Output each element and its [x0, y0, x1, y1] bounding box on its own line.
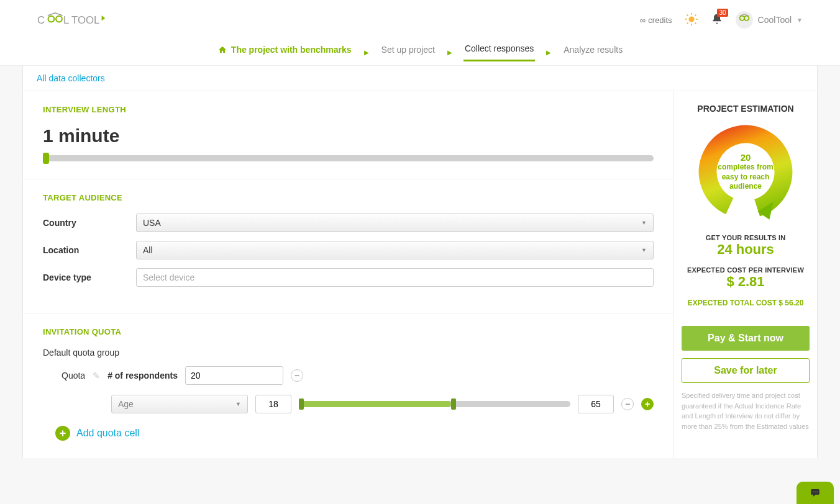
username: CoolTool	[758, 15, 792, 25]
completes-count: 20	[741, 152, 751, 163]
chevron-down-icon: ▼	[797, 17, 803, 24]
quota-label: Quota	[62, 371, 85, 380]
add-age-button[interactable]: +	[641, 398, 654, 410]
chevron-down-icon: ▼	[641, 220, 647, 226]
cost-value: $ 2.81	[682, 274, 810, 290]
notifications-icon[interactable]: 30	[711, 12, 723, 28]
country-value: USA	[143, 218, 161, 228]
chevron-right-icon: ▶	[546, 49, 551, 56]
chevron-right-icon: ▶	[447, 49, 452, 56]
chevron-down-icon: ▼	[235, 401, 241, 407]
target-audience-card: TARGET AUDIENCE Country USA ▼ Location A…	[23, 179, 673, 313]
estimation-donut: 20 completes from easy to reach audience	[696, 122, 795, 222]
svg-point-5	[688, 16, 694, 22]
user-menu[interactable]: CoolTool ▼	[736, 11, 803, 29]
quota-group-title: Default quota group	[43, 348, 654, 358]
completes-text: completes from easy to reach audience	[710, 163, 782, 192]
credits-label: credits	[648, 16, 672, 25]
estimation-title: PROJECT ESTIMATION	[682, 104, 810, 114]
disclaimer-text: Specified delivery time and project cost…	[682, 390, 810, 431]
svg-marker-4	[102, 16, 106, 20]
breadcrumb-setup[interactable]: Set up project	[380, 45, 436, 61]
interview-length-card: INTERVIEW LENGTH 1 minute	[23, 91, 673, 179]
credits-link[interactable]: ∞ credits	[640, 16, 672, 25]
results-value: 24 hours	[682, 241, 810, 258]
location-select[interactable]: All ▼	[136, 241, 654, 259]
breadcrumb-analyze[interactable]: Analyze results	[562, 45, 624, 61]
svg-text:C: C	[37, 14, 45, 26]
respondents-label: # of respondents	[107, 371, 178, 380]
target-audience-title: TARGET AUDIENCE	[43, 193, 654, 202]
slider-thumb[interactable]	[43, 153, 49, 164]
home-icon	[217, 45, 227, 54]
notification-badge: 30	[717, 9, 728, 17]
location-value: All	[143, 245, 153, 255]
age-min-input[interactable]	[255, 395, 291, 413]
remove-age-button[interactable]: −	[621, 398, 634, 410]
total-cost: EXPECTED TOTAL COST $ 56.20	[682, 299, 810, 307]
plus-icon: +	[55, 426, 70, 441]
pay-start-button[interactable]: Pay & Start now	[682, 326, 810, 351]
range-thumb-min[interactable]	[299, 398, 304, 410]
svg-line-11	[695, 22, 696, 24]
age-label: Age	[118, 399, 134, 409]
country-select[interactable]: USA ▼	[136, 214, 654, 232]
country-label: Country	[43, 218, 130, 228]
respondents-input[interactable]	[185, 366, 283, 385]
save-later-button[interactable]: Save for later	[682, 358, 810, 383]
breadcrumb: The project with benchmarks ▶ Set up pro…	[0, 40, 840, 66]
interview-length-title: INTERVIEW LENGTH	[43, 105, 654, 114]
results-caption: GET YOUR RESULTS IN	[682, 234, 810, 241]
svg-point-15	[744, 16, 749, 20]
cost-caption: EXPECTED COST PER INTERVIEW	[682, 266, 810, 274]
invitation-quota-card: INVITATION QUOTA Default quota group Quo…	[23, 313, 673, 458]
svg-line-12	[687, 22, 688, 24]
svg-point-2	[56, 16, 62, 22]
chevron-down-icon: ▼	[641, 247, 647, 253]
device-label: Device type	[43, 272, 130, 282]
device-placeholder: Select device	[143, 272, 194, 282]
pencil-icon[interactable]: ✎	[93, 371, 100, 380]
infinity-icon: ∞	[640, 16, 646, 25]
svg-text:L TOOL: L TOOL	[63, 14, 99, 26]
add-quota-cell-button[interactable]: + Add quota cell	[43, 426, 654, 441]
svg-line-13	[695, 14, 696, 16]
svg-line-10	[687, 14, 688, 16]
age-range-slider[interactable]	[299, 401, 570, 407]
invitation-quota-title: INVITATION QUOTA	[43, 327, 654, 336]
all-collectors-link[interactable]: All data collectors	[37, 73, 105, 83]
top-bar: C L TOOL ∞ credits 30 CoolTool ▼	[0, 0, 840, 40]
avatar	[736, 11, 753, 29]
breadcrumb-home[interactable]: The project with benchmarks	[216, 45, 353, 61]
length-slider[interactable]	[43, 155, 654, 161]
estimation-panel: PROJECT ESTIMATION 20	[674, 91, 817, 458]
location-label: Location	[43, 245, 130, 255]
logo[interactable]: C L TOOL	[37, 11, 124, 29]
breadcrumb-collect[interactable]: Collect responses	[463, 43, 535, 61]
idea-icon[interactable]	[685, 12, 698, 28]
interview-length-value: 1 minute	[43, 125, 654, 146]
add-quota-cell-label: Add quota cell	[76, 428, 139, 439]
project-name: The project with benchmarks	[231, 45, 352, 55]
svg-point-14	[739, 16, 744, 20]
range-thumb-max[interactable]	[451, 398, 456, 410]
age-max-input[interactable]	[578, 395, 614, 413]
age-select[interactable]: Age ▼	[111, 395, 248, 413]
remove-respondents-button[interactable]: −	[291, 369, 303, 382]
device-select[interactable]: Select device	[136, 268, 654, 287]
chevron-right-icon: ▶	[364, 49, 369, 56]
svg-point-1	[48, 16, 55, 22]
